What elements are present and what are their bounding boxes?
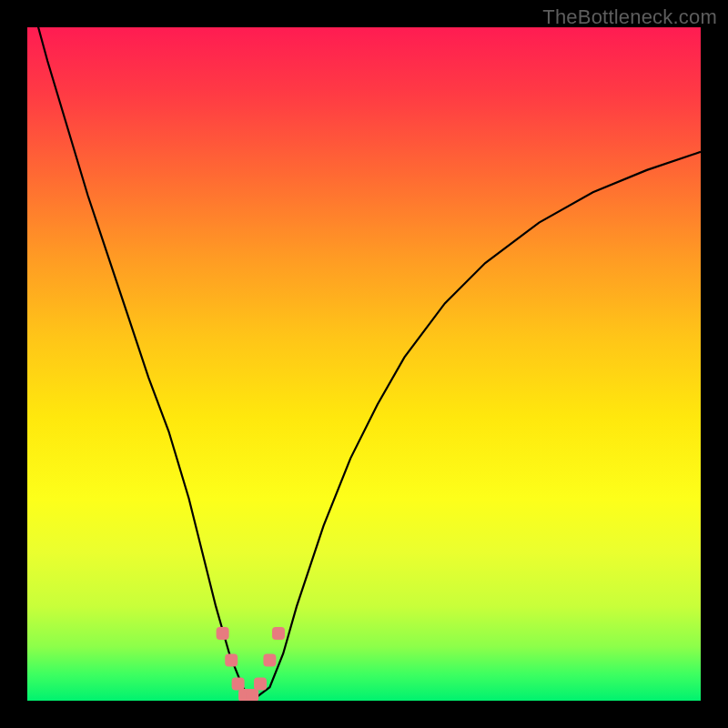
marker-point	[263, 654, 276, 667]
marker-point	[232, 678, 245, 691]
curve-svg	[27, 27, 701, 701]
marker-point	[225, 654, 238, 667]
marker-group	[217, 627, 285, 701]
marker-point	[254, 678, 267, 691]
bottleneck-curve	[27, 27, 701, 697]
plot-area	[27, 27, 701, 701]
marker-point	[272, 627, 285, 640]
marker-point	[246, 689, 258, 701]
marker-point	[217, 627, 229, 640]
chart-frame: TheBottleneck.com	[0, 0, 728, 728]
watermark-text: TheBottleneck.com	[542, 5, 717, 29]
